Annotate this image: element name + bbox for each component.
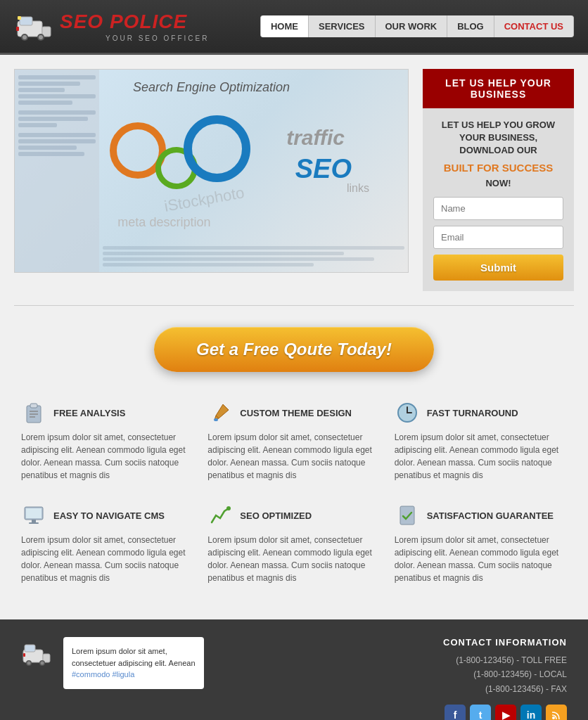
feature-icon-1 xyxy=(207,400,233,425)
feature-item-2: FAST TURNAROUND Lorem ipsum dolor sit am… xyxy=(395,400,567,482)
links-text: links xyxy=(347,182,369,195)
feature-header-1: CUSTOM THEME DESIGN xyxy=(207,400,380,425)
content-lines xyxy=(103,244,404,269)
logo-tagline: YOUR SEO OFFICER xyxy=(106,34,209,42)
feature-header-2: FAST TURNAROUND xyxy=(395,400,567,425)
lead-form: LET US HELP YOUR BUSINESS LET US HELP YO… xyxy=(423,69,574,291)
feature-item-0: FREE ANALYSIS Lorem ipsum dolor sit amet… xyxy=(21,400,193,482)
feature-header-0: FREE ANALYSIS xyxy=(21,400,193,425)
svg-point-23 xyxy=(226,506,231,510)
contact-info-title: CONTACT INFORMATION xyxy=(443,637,567,648)
svg-rect-32 xyxy=(23,653,25,657)
feature-title-1: CUSTOM THEME DESIGN xyxy=(240,408,352,418)
feature-item-4: SEO OPTIMIZED Lorem ipsum dolor sit amet… xyxy=(207,503,380,584)
svg-rect-24 xyxy=(400,506,414,525)
footer-link-ligula[interactable]: #ligula xyxy=(112,670,134,679)
cta-button[interactable]: Get a Free Qoute Today! xyxy=(154,327,434,372)
email-input[interactable] xyxy=(433,226,563,249)
main-nav: HOME SERVICES OUR WORK BLOG CONTACT US xyxy=(260,15,574,37)
features-grid: FREE ANALYSIS Lorem ipsum dolor sit amet… xyxy=(14,393,574,605)
feature-title-3: EASY TO NAVIGATE CMS xyxy=(53,510,165,521)
svg-point-28 xyxy=(27,662,31,665)
feature-header-4: SEO OPTIMIZED xyxy=(207,503,380,528)
meta-text: meta description xyxy=(117,215,210,230)
feature-text-1: Lorem ipsum dolor sit amet, consectetuer… xyxy=(207,431,380,482)
svg-rect-7 xyxy=(18,16,21,20)
svg-rect-22 xyxy=(29,522,39,524)
form-body: LET US HELP YOU GROW YOUR BUSINESS, DOWN… xyxy=(423,108,574,291)
form-now-label: NOW! xyxy=(433,178,563,188)
social-icons: f t ▶ in xyxy=(443,705,567,720)
footer-link-commodo[interactable]: #commodo xyxy=(72,670,110,679)
form-tagline: LET US HELP YOU GROW YOUR BUSINESS, DOWN… xyxy=(433,119,563,158)
logo-area: SEO POLICE YOUR SEO OFFICER xyxy=(14,7,209,46)
svg-rect-31 xyxy=(25,645,35,652)
feature-text-5: Lorem ipsum dolor sit amet, consectetuer… xyxy=(395,534,567,584)
logo: SEO POLICE YOUR SEO OFFICER xyxy=(14,7,209,46)
logo-icon xyxy=(14,7,53,46)
feature-text-4: Lorem ipsum dolor sit amet, consectetuer… xyxy=(207,534,380,584)
feature-item-5: SATISFACTION GUARANTEE Lorem ipsum dolor… xyxy=(395,503,567,584)
feature-icon-3 xyxy=(21,503,46,528)
submit-button[interactable]: Submit xyxy=(433,255,563,281)
nav-services[interactable]: SERVICES xyxy=(309,15,376,37)
youtube-icon[interactable]: ▶ xyxy=(495,705,516,720)
svg-rect-10 xyxy=(30,404,37,408)
phone-toll-free: (1-800-123456) - TOLL FREE xyxy=(443,653,567,667)
logo-seo: SEO xyxy=(60,11,103,32)
main-content: Search Engine Optimization traffic SEO l… xyxy=(0,55,588,619)
svg-rect-21 xyxy=(32,520,36,522)
feature-item-3: EASY TO NAVIGATE CMS Lorem ipsum dolor s… xyxy=(21,503,193,584)
feature-icon-2 xyxy=(395,400,420,425)
nav-blog[interactable]: BLOG xyxy=(447,15,494,37)
feature-title-4: SEO OPTIMIZED xyxy=(240,510,312,521)
logo-police: POLICE xyxy=(103,11,187,32)
contact-numbers: (1-800-123456) - TOLL FREE (1-800-123456… xyxy=(443,653,567,696)
facebook-icon[interactable]: f xyxy=(445,705,466,720)
seo-banner-text: Search Engine Optimization xyxy=(133,80,290,95)
feature-text-3: Lorem ipsum dolor sit amet, consectetuer… xyxy=(21,534,193,584)
hero-image-inner: Search Engine Optimization traffic SEO l… xyxy=(15,70,408,272)
nav-home[interactable]: HOME xyxy=(260,15,309,37)
site-header: SEO POLICE YOUR SEO OFFICER HOME SERVICE… xyxy=(0,0,588,55)
feature-header-3: EASY TO NAVIGATE CMS xyxy=(21,503,193,528)
form-header: LET US HELP YOUR BUSINESS xyxy=(423,69,574,108)
traffic-text: traffic xyxy=(286,126,345,150)
nav-contact-us[interactable]: CONTACT US xyxy=(494,15,574,37)
svg-point-33 xyxy=(552,716,555,719)
rss-icon[interactable] xyxy=(546,705,567,720)
sidebar-mockup xyxy=(15,70,99,272)
svg-point-3 xyxy=(23,35,27,39)
phone-local: (1-800-123456) - LOCAL xyxy=(443,667,567,681)
footer-description: Lorem ipsum dolor sit amet, consectetuer… xyxy=(72,647,196,667)
svg-rect-8 xyxy=(16,27,19,31)
divider xyxy=(14,305,574,306)
svg-point-5 xyxy=(39,35,43,39)
feature-icon-4 xyxy=(207,503,233,528)
twitter-icon[interactable]: t xyxy=(470,705,491,720)
footer-left: Lorem ipsum dolor sit amet, consectetuer… xyxy=(21,637,204,689)
hero-image: Search Engine Optimization traffic SEO l… xyxy=(14,69,409,273)
svg-rect-6 xyxy=(20,17,32,25)
gear-blue-icon xyxy=(184,115,250,182)
name-input[interactable] xyxy=(433,197,563,220)
site-name: SEO POLICE xyxy=(60,11,209,33)
feature-icon-0 xyxy=(21,400,46,425)
svg-rect-20 xyxy=(26,508,41,518)
footer-text-box: Lorem ipsum dolor sit amet, consectetuer… xyxy=(63,637,204,689)
hero-section: Search Engine Optimization traffic SEO l… xyxy=(14,69,574,291)
seo-text-display: SEO xyxy=(295,154,352,184)
svg-point-30 xyxy=(41,662,44,665)
feature-icon-5 xyxy=(395,503,420,528)
cta-section: Get a Free Qoute Today! xyxy=(14,313,574,393)
feature-title-2: FAST TURNAROUND xyxy=(427,408,518,418)
linkedin-icon[interactable]: in xyxy=(520,705,542,720)
nav-our-work[interactable]: OUR WORK xyxy=(376,15,448,37)
feature-title-5: SATISFACTION GUARANTEE xyxy=(427,510,554,521)
feature-text-2: Lorem ipsum dolor sit amet, consectetuer… xyxy=(395,431,567,482)
form-download-label: BUILT FOR SUCCESS xyxy=(433,161,563,175)
feature-text-0: Lorem ipsum dolor sit amet, consectetuer… xyxy=(21,431,193,482)
svg-rect-15 xyxy=(214,418,218,421)
footer-right: CONTACT INFORMATION (1-800-123456) - TOL… xyxy=(443,637,567,720)
footer-logo-icon xyxy=(21,637,53,669)
